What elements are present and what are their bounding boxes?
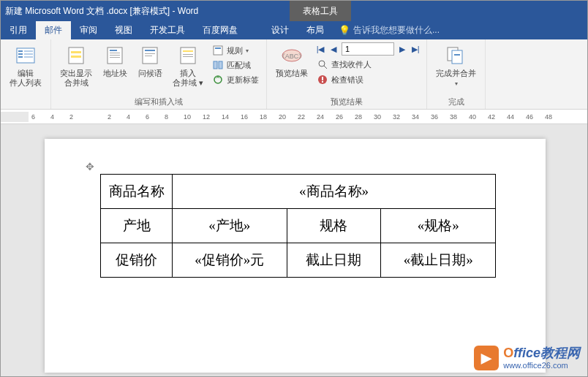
match-fields-button[interactable]: 匹配域 bbox=[211, 58, 260, 72]
check-label: 检查错误 bbox=[331, 75, 363, 85]
svg-rect-8 bbox=[71, 51, 81, 53]
greeting-button[interactable]: 问候语 bbox=[135, 42, 165, 80]
next-record-button[interactable]: ▶ bbox=[397, 44, 407, 54]
last-record-button[interactable]: ▶| bbox=[410, 44, 421, 54]
finish-merge-button[interactable]: 完成并合并▾ bbox=[433, 42, 479, 90]
edit-recipients-button[interactable]: 编辑件人列表 bbox=[7, 42, 45, 89]
svg-rect-23 bbox=[214, 46, 222, 55]
svg-line-31 bbox=[324, 66, 327, 69]
chevron-down-icon: ▾ bbox=[455, 80, 458, 87]
contextual-tab-title: 表格工具 bbox=[290, 1, 351, 21]
tab-view[interactable]: 视图 bbox=[106, 21, 141, 39]
tell-me-placeholder: 告诉我您想要做什么... bbox=[353, 24, 440, 37]
table-row[interactable]: 促销价 «促销价»元 截止日期 «截止日期» bbox=[101, 243, 496, 278]
cell-product-name-field[interactable]: «商品名称» bbox=[173, 175, 496, 209]
prev-record-button[interactable]: ◀ bbox=[328, 44, 339, 54]
tab-review[interactable]: 审阅 bbox=[71, 21, 106, 39]
svg-rect-2 bbox=[18, 53, 23, 55]
tab-table-layout[interactable]: 布局 bbox=[298, 21, 333, 39]
ribbon-group-recipients: 编辑件人列表 bbox=[1, 39, 51, 109]
tell-me-search[interactable]: 💡 告诉我您想要做什么... bbox=[333, 21, 445, 39]
match-icon bbox=[212, 59, 224, 71]
table-anchor-icon[interactable]: ✥ bbox=[86, 161, 94, 172]
lightbulb-icon: 💡 bbox=[339, 25, 350, 36]
update-label: 更新标签 bbox=[227, 75, 259, 85]
cell-deadline-label[interactable]: 截止日期 bbox=[287, 243, 381, 278]
svg-rect-37 bbox=[454, 54, 460, 56]
svg-rect-5 bbox=[24, 53, 33, 55]
svg-rect-36 bbox=[452, 50, 462, 64]
cell-spec-field[interactable]: «规格» bbox=[381, 209, 496, 243]
rules-button[interactable]: 规则 ▾ bbox=[211, 44, 260, 57]
svg-rect-11 bbox=[110, 50, 117, 51]
update-icon bbox=[212, 74, 224, 85]
address-block-button[interactable]: 地址块 bbox=[99, 42, 130, 80]
update-labels-button[interactable]: 更新标签 bbox=[211, 73, 260, 86]
insert-field-label: 插入合并域 ▾ bbox=[173, 69, 203, 88]
svg-rect-17 bbox=[145, 53, 155, 54]
table-row[interactable]: 商品名称 «商品名称» bbox=[101, 175, 496, 209]
ribbon: 编辑件人列表 突出显示合并域 地址块 问候语 插入合并域 ▾ bbox=[1, 39, 587, 110]
svg-rect-14 bbox=[110, 57, 120, 58]
document-area[interactable]: ✥ 商品名称 «商品名称» 产地 «产地» 规格 «规格» 促销价 «促销价»元… bbox=[1, 124, 587, 377]
highlight-merge-button[interactable]: 突出显示合并域 bbox=[57, 42, 95, 89]
greeting-icon bbox=[138, 44, 162, 67]
ribbon-group-preview: 《ABC》 预览结果 |◀ ◀ ▶ ▶| 查找收件人 检查错误 bbox=[267, 39, 427, 109]
insert-field-button[interactable]: 插入合并域 ▾ bbox=[170, 42, 206, 89]
watermark: ▶ Office教程网 www.office26.com bbox=[474, 346, 580, 370]
preview-results-button[interactable]: 《ABC》 预览结果 bbox=[273, 42, 311, 80]
tab-developer[interactable]: 开发工具 bbox=[141, 21, 194, 39]
recipients-list-icon bbox=[14, 44, 37, 67]
cell-origin-field[interactable]: «产地» bbox=[173, 209, 287, 243]
tab-table-design[interactable]: 设计 bbox=[263, 21, 298, 39]
find-label: 查找收件人 bbox=[331, 59, 372, 70]
svg-rect-20 bbox=[183, 50, 193, 52]
svg-rect-1 bbox=[18, 50, 23, 52]
match-label: 匹配域 bbox=[227, 60, 251, 71]
cell-price-field[interactable]: «促销价»元 bbox=[173, 243, 287, 278]
group-label-2: 编写和插入域 bbox=[135, 95, 183, 107]
svg-rect-18 bbox=[145, 56, 152, 56]
svg-rect-25 bbox=[214, 61, 217, 69]
merge-table[interactable]: 商品名称 «商品名称» 产地 «产地» 规格 «规格» 促销价 «促销价»元 截… bbox=[100, 174, 496, 278]
check-errors-button[interactable]: 检查错误 bbox=[315, 73, 421, 86]
address-block-icon bbox=[103, 44, 127, 67]
svg-rect-19 bbox=[181, 47, 195, 64]
svg-rect-16 bbox=[145, 50, 155, 51]
window-title: 新建 Microsoft Word 文档 .docx [兼容模式] - Word bbox=[5, 5, 198, 18]
svg-rect-21 bbox=[183, 54, 193, 55]
svg-rect-26 bbox=[219, 61, 222, 69]
edit-recipients-label: 编辑件人列表 bbox=[10, 69, 42, 88]
svg-rect-6 bbox=[24, 56, 33, 58]
titlebar: 新建 Microsoft Word 文档 .docx [兼容模式] - Word… bbox=[1, 1, 587, 21]
table-row[interactable]: 产地 «产地» 规格 «规格» bbox=[101, 209, 496, 243]
check-icon bbox=[317, 74, 328, 85]
svg-rect-13 bbox=[110, 55, 120, 56]
group-label-3: 预览结果 bbox=[331, 95, 363, 107]
cell-deadline-field[interactable]: «截止日期» bbox=[381, 243, 496, 278]
svg-text:《ABC》: 《ABC》 bbox=[281, 53, 303, 60]
chevron-down-icon: ▾ bbox=[246, 47, 249, 54]
tab-mailings[interactable]: 邮件 bbox=[36, 21, 71, 39]
svg-rect-33 bbox=[322, 77, 323, 80]
cell-spec-label[interactable]: 规格 bbox=[287, 209, 381, 243]
svg-rect-22 bbox=[183, 56, 193, 57]
preview-icon: 《ABC》 bbox=[280, 44, 304, 67]
tab-baidu[interactable]: 百度网盘 bbox=[194, 21, 246, 39]
search-icon bbox=[317, 58, 328, 70]
group-label-4: 完成 bbox=[448, 95, 464, 107]
cell-price-label[interactable]: 促销价 bbox=[101, 243, 173, 278]
document-page[interactable]: ✥ 商品名称 «商品名称» 产地 «产地» 规格 «规格» 促销价 «促销价»元… bbox=[45, 139, 546, 373]
cell-product-name-label[interactable]: 商品名称 bbox=[101, 175, 173, 209]
cell-origin-label[interactable]: 产地 bbox=[101, 209, 173, 243]
svg-rect-24 bbox=[215, 47, 221, 49]
svg-rect-9 bbox=[71, 56, 81, 58]
svg-rect-34 bbox=[322, 81, 323, 83]
greeting-label: 问候语 bbox=[138, 69, 162, 78]
record-number-input[interactable] bbox=[342, 42, 394, 56]
horizontal-ruler[interactable]: 6 4 2 2 4 6 8 10 12 14 16 18 20 22 24 26… bbox=[1, 110, 587, 124]
tab-references[interactable]: 引用 bbox=[1, 21, 36, 39]
find-recipient-button[interactable]: 查找收件人 bbox=[315, 58, 421, 71]
highlight-icon bbox=[64, 44, 88, 67]
first-record-button[interactable]: |◀ bbox=[315, 44, 325, 54]
